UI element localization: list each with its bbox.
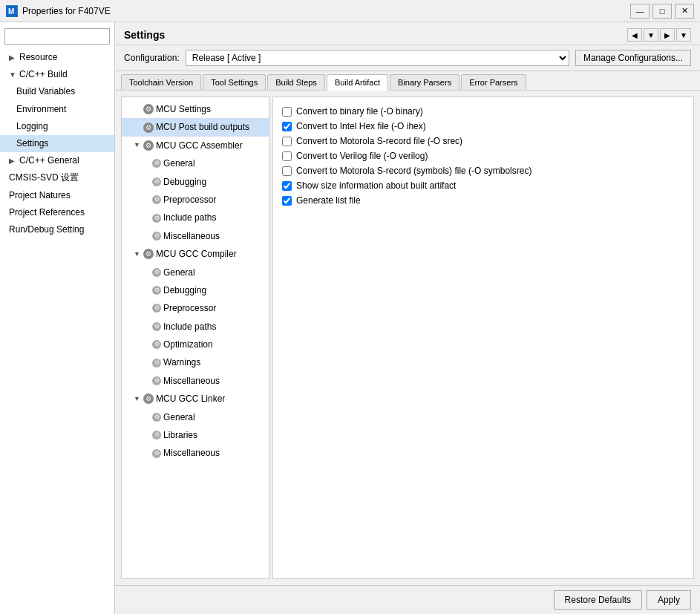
tree-item-gcc-miscellaneous[interactable]: ⚙Miscellaneous: [122, 372, 269, 390]
tree-item-label: Preprocessor: [163, 192, 216, 207]
gear-small-icon: ⚙: [152, 286, 161, 295]
config-select[interactable]: Release [ Active ]: [186, 50, 569, 66]
sidebar-item-project-references[interactable]: Project References: [0, 204, 114, 221]
nav-dropdown-button[interactable]: ▼: [644, 28, 658, 42]
checkbox-generate-list[interactable]: [282, 196, 292, 206]
window-title: Properties for F407VE: [22, 6, 630, 16]
tab-build-steps[interactable]: Build Steps: [267, 74, 325, 90]
gear-small-icon: ⚙: [152, 214, 161, 223]
checkbox-convert-srec-symbols[interactable]: [282, 166, 292, 176]
tree-expand-icon: ▼: [134, 249, 141, 260]
checkbox-row-convert-srec: Convert to Motorola S-record file (-O sr…: [282, 136, 684, 146]
checkbox-row-convert-ihex: Convert to Intel Hex file (-O ihex): [282, 121, 684, 131]
expand-icon: ▶: [9, 155, 16, 167]
tab-label-build-steps: Build Steps: [275, 78, 317, 87]
close-button[interactable]: ✕: [675, 4, 694, 19]
checkbox-show-size[interactable]: [282, 181, 292, 191]
tab-error-parsers[interactable]: Error Parsers: [461, 74, 526, 90]
tree-item-gcc-debugging[interactable]: ⚙Debugging: [122, 281, 269, 299]
gear-icon: ⚙: [143, 249, 154, 259]
config-bar: Configuration: Release [ Active ] Manage…: [115, 45, 700, 71]
checkbox-row-generate-list: Generate list file: [282, 195, 684, 206]
tree-item-label: Libraries: [163, 428, 197, 442]
tree-item-asm-debugging[interactable]: ⚙Debugging: [122, 173, 269, 191]
checkbox-convert-binary[interactable]: [282, 107, 292, 117]
sidebar-item-cpp-general[interactable]: ▶C/C++ General: [0, 152, 114, 169]
tree-item-label: Include paths: [163, 210, 216, 225]
gear-icon: ⚙: [143, 393, 154, 404]
checkbox-convert-srec[interactable]: [282, 137, 292, 146]
sidebar-item-label: C/C++ General: [19, 154, 79, 168]
tree-item-mcu-gcc-assembler[interactable]: ▼⚙MCU GCC Assembler: [122, 137, 269, 154]
tree-item-label: Optimization: [163, 337, 213, 352]
apply-button[interactable]: Apply: [647, 590, 691, 610]
gear-small-icon: ⚙: [152, 195, 161, 204]
sidebar-item-label: Project Natures: [9, 189, 71, 203]
tree-item-label: Debugging: [163, 174, 206, 189]
main-panel: ⚙MCU Settings⚙MCU Post build outputs▼⚙MC…: [115, 91, 700, 585]
tab-binary-parsers[interactable]: Binary Parsers: [390, 74, 459, 90]
nav-back-button[interactable]: ◀: [627, 28, 642, 42]
window-controls: — □ ✕: [630, 4, 694, 19]
tree-item-label: Preprocessor: [163, 301, 216, 316]
sidebar-item-settings[interactable]: Settings: [0, 135, 114, 152]
tree-item-gcc-optimization[interactable]: ⚙Optimization: [122, 336, 269, 353]
tree-item-mcu-settings[interactable]: ⚙MCU Settings: [122, 100, 269, 118]
tree-item-linker-libraries[interactable]: ⚙Libraries: [122, 426, 269, 444]
sidebar-item-label: Settings: [16, 137, 48, 151]
sidebar-item-run-debug[interactable]: Run/Debug Setting: [0, 221, 114, 238]
restore-defaults-button[interactable]: Restore Defaults: [554, 590, 642, 610]
tree-item-gcc-include-paths[interactable]: ⚙Include paths: [122, 318, 269, 336]
settings-title: Settings: [124, 29, 621, 41]
tree-item-gcc-general[interactable]: ⚙General: [122, 264, 269, 281]
sidebar-item-build-variables[interactable]: Build Variables: [0, 83, 114, 100]
checkbox-convert-ihex[interactable]: [282, 122, 292, 131]
checkbox-row-show-size: Show size information about built artifa…: [282, 180, 684, 191]
tree-item-label: General: [163, 410, 195, 425]
tab-label-tool-settings: Tool Settings: [211, 78, 258, 87]
tree-item-asm-include-paths[interactable]: ⚙Include paths: [122, 209, 269, 226]
nav-forward2-button[interactable]: ▼: [676, 28, 691, 42]
sidebar: ▶Resource▼C/C++ BuildBuild VariablesEnvi…: [0, 22, 115, 614]
sidebar-item-logging[interactable]: Logging: [0, 118, 114, 135]
tree-item-mcu-post-build[interactable]: ⚙MCU Post build outputs: [122, 118, 269, 136]
tree-item-gcc-warnings[interactable]: ⚙Warnings: [122, 353, 269, 371]
minimize-button[interactable]: —: [630, 4, 650, 19]
gear-small-icon: ⚙: [152, 232, 161, 241]
sidebar-item-cmsis-svd[interactable]: CMSIS-SVD 设置: [0, 169, 114, 186]
svg-text:M: M: [8, 7, 14, 16]
tree-item-asm-miscellaneous[interactable]: ⚙Miscellaneous: [122, 227, 269, 245]
tree-item-linker-miscellaneous[interactable]: ⚙Miscellaneous: [122, 444, 269, 462]
tree-item-label: Miscellaneous: [163, 373, 220, 388]
sidebar-item-resource[interactable]: ▶Resource: [0, 49, 114, 66]
tree-item-asm-general[interactable]: ⚙General: [122, 154, 269, 172]
sidebar-search-input[interactable]: [4, 28, 110, 45]
settings-header: Settings ◀ ▼ ▶ ▼: [115, 22, 700, 45]
manage-configurations-button[interactable]: Manage Configurations...: [575, 50, 691, 66]
nav-forward-button[interactable]: ▶: [660, 28, 675, 42]
tree-item-label: Warnings: [163, 355, 200, 370]
sidebar-item-project-natures[interactable]: Project Natures: [0, 187, 114, 204]
sidebar-item-environment[interactable]: Environment: [0, 101, 114, 118]
tree-item-mcu-gcc-linker[interactable]: ▼⚙MCU GCC Linker: [122, 390, 269, 408]
checkbox-convert-verilog[interactable]: [282, 151, 292, 161]
sidebar-item-label: C/C++ Build: [19, 68, 68, 82]
sidebar-item-label: Environment: [16, 102, 66, 117]
tree-item-linker-general[interactable]: ⚙General: [122, 408, 269, 426]
tree-item-asm-preprocessor[interactable]: ⚙Preprocessor: [122, 191, 269, 209]
title-bar: M Properties for F407VE — □ ✕: [0, 0, 700, 22]
checkbox-label-generate-list: Generate list file: [296, 195, 361, 206]
tree-item-gcc-preprocessor[interactable]: ⚙Preprocessor: [122, 299, 269, 317]
bottom-bar: Restore Defaults Apply: [115, 585, 700, 614]
tab-tool-settings[interactable]: Tool Settings: [203, 74, 266, 90]
sidebar-item-label: Run/Debug Setting: [9, 223, 84, 237]
sidebar-item-cpp-build[interactable]: ▼C/C++ Build: [0, 66, 114, 83]
tab-toolchain-version[interactable]: Toolchain Version: [121, 74, 201, 90]
tree-item-label: General: [163, 265, 195, 280]
settings-panel: Convert to binary file (-O binary)Conver…: [272, 97, 694, 579]
tab-build-artifact[interactable]: Build Artifact: [327, 74, 388, 91]
expand-icon: ▶: [9, 52, 16, 64]
maximize-button[interactable]: □: [652, 4, 672, 19]
tree-item-mcu-gcc-compiler[interactable]: ▼⚙MCU GCC Compiler: [122, 245, 269, 263]
tabs-bar: Toolchain VersionTool SettingsBuild Step…: [115, 71, 700, 91]
